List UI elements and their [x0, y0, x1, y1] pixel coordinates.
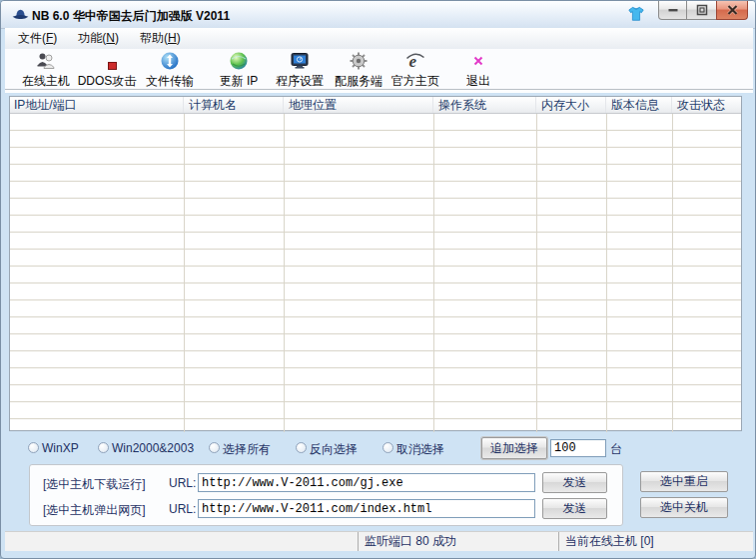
status-online-hosts: 当前在线主机 [0] — [558, 532, 753, 551]
radio-invert-selection[interactable] — [296, 442, 307, 453]
toolbar-update-ip[interactable]: 更新 IP — [208, 51, 270, 91]
radio-deselect[interactable] — [382, 442, 393, 453]
table-row[interactable] — [10, 182, 741, 199]
window-controls — [658, 1, 748, 20]
window-title: NB 6.0 华中帝国去后门加强版 V2011 — [32, 8, 230, 25]
table-row[interactable] — [10, 199, 741, 216]
shutdown-selected-button[interactable]: 选中关机 — [640, 497, 728, 518]
column-separator — [433, 114, 434, 432]
table-row[interactable] — [10, 250, 741, 267]
toolbar-label: 文件传输 — [146, 73, 194, 90]
gear-icon — [349, 51, 369, 71]
toolbar-online-hosts[interactable]: 在线主机 — [15, 51, 77, 91]
append-select-button[interactable]: 追加选择 — [481, 437, 547, 459]
send-button-download[interactable]: 发送 — [542, 472, 607, 493]
table-row[interactable] — [10, 368, 741, 385]
toolbar-build-server[interactable]: 配服务端 — [328, 51, 389, 91]
table-row[interactable] — [10, 148, 741, 165]
count-unit-label: 台 — [610, 441, 622, 458]
globe-icon — [229, 51, 249, 71]
url-label-download: URL: — [169, 476, 196, 490]
restart-selected-button[interactable]: 选中重启 — [640, 471, 728, 492]
url-label-popup: URL: — [169, 502, 196, 516]
table-row[interactable] — [10, 131, 741, 148]
table-row[interactable] — [10, 402, 741, 419]
column-separator — [672, 114, 673, 432]
column-header-os[interactable]: 操作系统 — [433, 97, 536, 113]
column-header-location[interactable]: 地理位置 — [284, 97, 433, 113]
toolbar-official-homepage[interactable]: e 官方主页 — [384, 51, 446, 91]
status-pane-empty — [5, 532, 358, 551]
table-row[interactable] — [10, 165, 741, 182]
toolbar-label: 退出 — [466, 73, 490, 90]
column-header-computer-name[interactable]: 计算机名 — [184, 97, 284, 113]
hosts-table: IP地址/端口 计算机名 地理位置 操作系统 内存大小 版本信息 攻击状态 — [9, 96, 742, 431]
column-header-ip-port[interactable]: IP地址/端口 — [10, 97, 184, 113]
radio-select-all[interactable] — [209, 442, 220, 453]
table-row[interactable] — [10, 419, 741, 432]
menubar: 文件(F) 功能(N) 帮助(H) — [5, 28, 753, 50]
column-separator — [184, 114, 185, 432]
toolbar-label: 配服务端 — [335, 73, 382, 90]
command-groupbox: [选中主机下载运行] URL: 发送 [选中主机弹出网页] URL: 发送 — [29, 464, 623, 526]
close-button[interactable] — [716, 1, 748, 20]
toolbar-label: DDOS攻击 — [78, 73, 137, 90]
table-row[interactable] — [10, 216, 741, 233]
table-row[interactable] — [10, 267, 741, 283]
radio-win2000-2003[interactable] — [98, 442, 109, 453]
menu-functions[interactable]: 功能(N) — [70, 28, 127, 49]
titlebar[interactable]: NB 6.0 华中帝国去后门加强版 V2011 — [1, 1, 755, 29]
shirt-icon — [627, 5, 645, 23]
send-button-popup[interactable]: 发送 — [542, 498, 607, 519]
popup-webpage-label: [选中主机弹出网页] — [43, 502, 146, 519]
table-row[interactable] — [10, 114, 741, 131]
radio-winxp[interactable] — [28, 442, 39, 453]
transfer-icon — [160, 51, 180, 71]
url-input-download[interactable] — [198, 473, 535, 492]
table-row[interactable] — [10, 351, 741, 368]
table-row[interactable] — [10, 385, 741, 402]
toolbar-program-settings[interactable]: 程序设置 — [269, 51, 331, 91]
table-row[interactable] — [10, 334, 741, 351]
toolbar-label: 更新 IP — [220, 73, 259, 90]
column-separator — [606, 114, 607, 432]
radio-select-all-label[interactable]: 选择所有 — [223, 441, 271, 458]
radio-winxp-label[interactable]: WinXP — [42, 441, 79, 455]
toolbar-label: 程序设置 — [276, 73, 324, 90]
append-count-input[interactable] — [550, 439, 606, 457]
radio-deselect-label[interactable]: 取消选择 — [396, 441, 444, 458]
column-header-memory[interactable]: 内存大小 — [536, 97, 606, 113]
table-row[interactable] — [10, 317, 741, 334]
statusbar: 监听端口 80 成功 当前在线主机 [0] — [5, 531, 753, 551]
radio-win2000-2003-label[interactable]: Win2000&2003 — [112, 441, 194, 455]
exit-icon — [468, 51, 488, 71]
radio-invert-selection-label[interactable]: 反向选择 — [310, 441, 358, 458]
ie-icon: e — [405, 51, 425, 71]
selection-row: WinXP Win2000&2003 选择所有 反向选择 取消选择 追加选择 台 — [5, 436, 753, 460]
toolbar-exit[interactable]: 退出 — [447, 51, 509, 91]
table-row[interactable] — [10, 300, 741, 317]
toolbar-ddos-attack[interactable]: DDOS攻击 — [76, 51, 138, 91]
url-input-popup[interactable] — [198, 499, 535, 518]
table-header-row: IP地址/端口 计算机名 地理位置 操作系统 内存大小 版本信息 攻击状态 — [10, 97, 741, 114]
column-header-version[interactable]: 版本信息 — [606, 97, 672, 113]
menu-file[interactable]: 文件(F) — [10, 28, 65, 49]
minimize-icon — [667, 4, 679, 16]
maximize-icon — [696, 4, 708, 16]
toolbar: 在线主机 DDOS攻击 文件传输 — [5, 49, 753, 93]
toolbar-file-transfer[interactable]: 文件传输 — [139, 51, 201, 91]
table-body[interactable] — [10, 114, 741, 432]
minimize-button[interactable] — [658, 1, 687, 20]
maximize-button[interactable] — [687, 1, 716, 20]
hat-app-icon — [12, 8, 29, 21]
menu-help[interactable]: 帮助(H) — [132, 28, 189, 49]
toolbar-label: 在线主机 — [22, 73, 70, 90]
close-icon — [726, 4, 739, 16]
table-row[interactable] — [10, 283, 741, 300]
table-row[interactable] — [10, 233, 741, 250]
column-header-attack-status[interactable]: 攻击状态 — [672, 97, 741, 113]
column-separator — [284, 114, 285, 432]
monitor-icon — [290, 51, 310, 71]
users-icon — [36, 51, 56, 71]
app-window: NB 6.0 华中帝国去后门加强版 V2011 文件(F) 功能(N) 帮助(H… — [0, 0, 756, 559]
